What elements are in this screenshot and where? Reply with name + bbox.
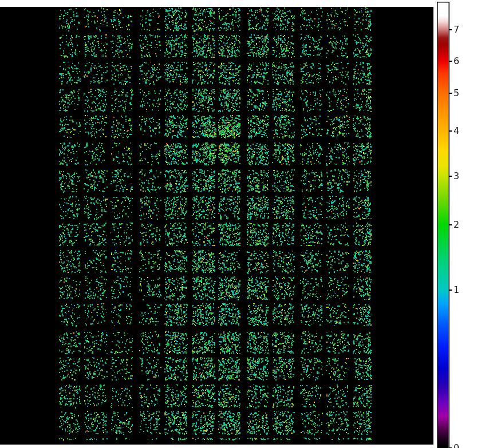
photon-events-image — [0, 0, 497, 448]
colorbar-tick-label-6: 6 — [453, 55, 459, 68]
colorbar-tick-label-5: 5 — [453, 87, 459, 100]
colorbar-tick-label-2: 2 — [453, 219, 459, 231]
colorbar-tick-label-3: 3 — [453, 170, 459, 183]
photon-image-viewer: 7 6 5 4 3 2 1 0 — [0, 0, 497, 448]
colorbar-tick-label-1: 1 — [453, 284, 459, 296]
colorbar-tick-label-7: 7 — [453, 23, 459, 36]
colorbar-tick-label-0: 0 — [453, 442, 459, 448]
colorbar-tick-label-4: 4 — [453, 125, 459, 137]
